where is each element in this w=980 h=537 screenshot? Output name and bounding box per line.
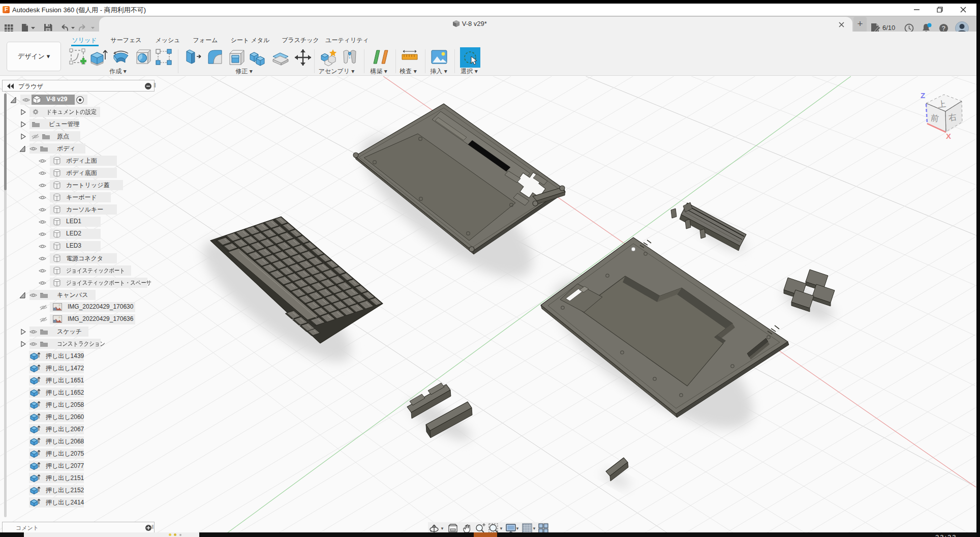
svg-text:右: 右	[948, 112, 957, 122]
svg-text:X: X	[946, 132, 951, 140]
svg-text:前: 前	[930, 113, 939, 123]
svg-text:Z: Z	[921, 91, 925, 100]
svg-text:上: 上	[937, 99, 946, 109]
svg-text:?: ?	[942, 24, 946, 32]
